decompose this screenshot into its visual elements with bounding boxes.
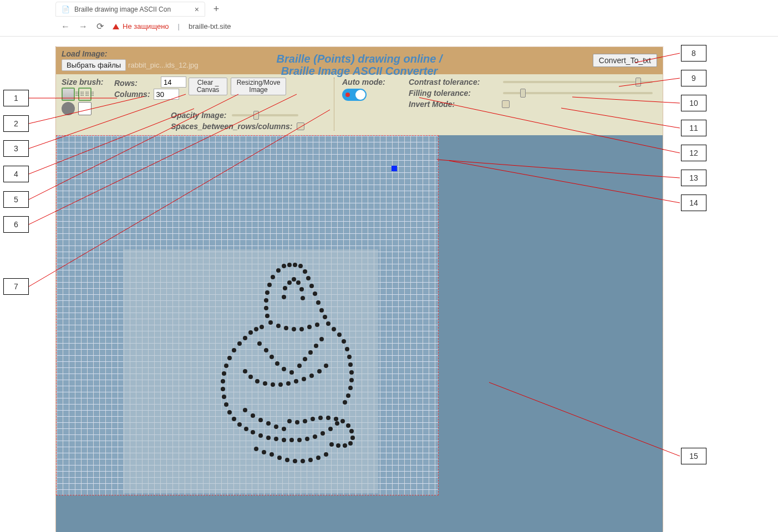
svg-point-125 <box>254 447 258 451</box>
svg-point-6 <box>271 275 275 279</box>
svg-point-43 <box>342 339 346 344</box>
svg-point-108 <box>308 350 313 355</box>
invert-mode-checkbox[interactable] <box>502 100 510 108</box>
callout-4: 4 <box>3 166 29 182</box>
svg-point-67 <box>311 417 315 421</box>
rows-input[interactable] <box>161 76 186 88</box>
svg-point-56 <box>282 438 286 442</box>
svg-point-85 <box>299 327 304 331</box>
svg-point-92 <box>271 382 275 387</box>
svg-point-72 <box>346 423 350 428</box>
svg-point-88 <box>243 369 247 374</box>
svg-point-84 <box>292 327 296 331</box>
svg-point-53 <box>258 433 263 438</box>
svg-point-66 <box>303 419 307 423</box>
columns-input[interactable] <box>154 89 179 100</box>
callout-14: 14 <box>681 195 706 211</box>
clear-canvas-button[interactable]: Clear _ Canvas <box>189 78 227 95</box>
svg-point-64 <box>287 419 292 423</box>
svg-point-121 <box>301 459 305 463</box>
svg-point-3 <box>298 264 303 268</box>
contrast-tolerance-slider[interactable] <box>503 81 653 83</box>
svg-point-21 <box>296 280 301 285</box>
brush-solid-swatch[interactable] <box>62 88 75 101</box>
svg-point-32 <box>221 379 225 383</box>
svg-point-14 <box>264 306 268 310</box>
color-gray-swatch[interactable] <box>62 102 75 115</box>
svg-point-74 <box>350 436 355 440</box>
file-icon <box>62 6 70 13</box>
new-tab-button[interactable]: + <box>209 1 224 17</box>
canvas-area[interactable] <box>56 135 663 532</box>
callout-7: 7 <box>3 278 29 295</box>
svg-point-65 <box>295 420 299 424</box>
svg-point-26 <box>243 336 247 340</box>
chosen-file-name: rabbit_pic...ids_12.jpg <box>128 61 198 69</box>
svg-point-111 <box>243 408 247 412</box>
spaces-between-checkbox[interactable] <box>297 122 304 130</box>
svg-point-91 <box>263 381 267 386</box>
svg-point-82 <box>276 324 281 328</box>
svg-point-76 <box>343 443 347 448</box>
svg-point-60 <box>313 434 317 439</box>
svg-point-50 <box>346 393 350 398</box>
nav-forward-icon[interactable]: → <box>79 22 88 32</box>
drawing-grid[interactable] <box>56 135 439 495</box>
svg-point-22 <box>299 287 304 291</box>
address-url[interactable]: braille-txt.site <box>189 22 231 30</box>
svg-point-63 <box>335 421 339 426</box>
svg-point-102 <box>269 355 274 359</box>
svg-point-16 <box>265 314 269 318</box>
svg-point-1 <box>287 263 292 267</box>
contrast-tolerance-label: Contrast tolerance: <box>409 78 497 86</box>
color-white-swatch[interactable] <box>78 102 91 115</box>
svg-point-115 <box>274 424 278 429</box>
svg-point-71 <box>340 419 345 423</box>
svg-point-106 <box>297 364 302 368</box>
svg-point-75 <box>348 441 353 446</box>
nav-back-icon[interactable]: ← <box>61 22 70 32</box>
svg-point-20 <box>292 277 296 282</box>
svg-point-34 <box>222 395 226 399</box>
svg-point-19 <box>287 280 292 285</box>
svg-point-100 <box>257 341 262 346</box>
columns-label: Columns: <box>114 90 150 99</box>
svg-point-0 <box>282 264 286 268</box>
callout-3: 3 <box>3 140 29 157</box>
svg-point-44 <box>345 347 349 351</box>
invert-mode-label: Invert Mode: <box>409 100 497 109</box>
svg-point-110 <box>319 337 324 341</box>
svg-point-87 <box>315 323 319 327</box>
svg-point-118 <box>277 456 282 460</box>
svg-point-77 <box>336 443 340 448</box>
callout-8: 8 <box>681 45 706 62</box>
browser-tab[interactable]: Braille drawing image ASCII Con × <box>55 2 205 17</box>
svg-point-58 <box>297 438 302 442</box>
svg-point-126 <box>262 450 266 454</box>
close-tab-icon[interactable]: × <box>195 6 199 13</box>
filling-tolerance-slider[interactable] <box>503 92 653 94</box>
svg-point-33 <box>221 387 225 391</box>
svg-point-49 <box>348 386 353 390</box>
reload-icon[interactable]: ⟳ <box>96 21 104 32</box>
security-status: Не защищено <box>113 22 169 30</box>
callout-15: 15 <box>681 448 706 464</box>
svg-point-8 <box>267 283 272 287</box>
svg-point-116 <box>282 427 286 431</box>
svg-point-54 <box>266 436 271 440</box>
svg-point-59 <box>305 437 309 441</box>
choose-files-button[interactable]: Выбрать файлы <box>62 59 126 71</box>
svg-point-105 <box>289 370 294 375</box>
convert-to-txt-button[interactable]: Convert_To_txt <box>593 54 657 67</box>
opacity-image-slider[interactable] <box>232 114 298 116</box>
svg-point-68 <box>318 416 323 420</box>
svg-point-96 <box>302 377 306 381</box>
auto-mode-toggle[interactable] <box>342 89 367 101</box>
svg-point-18 <box>283 286 287 290</box>
resize-handle[interactable] <box>391 166 397 171</box>
resizing-move-image-button[interactable]: Resizing/Move Image <box>231 78 286 95</box>
svg-point-12 <box>264 298 268 303</box>
svg-point-79 <box>260 325 264 329</box>
svg-point-97 <box>309 374 314 378</box>
brush-dots-swatch[interactable]: ⠿⠿⠿⠿ <box>78 88 91 101</box>
